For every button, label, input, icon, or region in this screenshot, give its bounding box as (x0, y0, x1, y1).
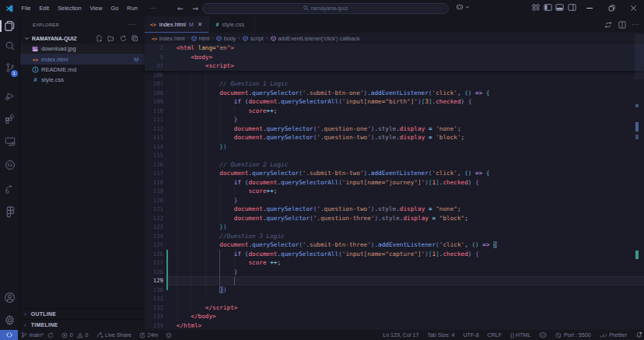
open-changes-icon[interactable] (604, 21, 612, 29)
copilot-status[interactable] (539, 331, 547, 338)
toggle-sidebar-icon[interactable] (544, 4, 552, 11)
code-token: querySelectorAll (281, 98, 338, 105)
live-share-view-icon[interactable] (0, 180, 19, 199)
source-control-view-icon[interactable]: 1 (0, 58, 19, 78)
remote-explorer-view-icon[interactable] (0, 132, 19, 152)
breadcrumb-callback[interactable]: addEventListener('click') callback (271, 35, 360, 42)
breadcrumb-script[interactable]: script (243, 35, 264, 42)
menu-selection[interactable]: Selection (54, 5, 86, 12)
extensions-view-icon[interactable] (0, 109, 19, 128)
code-token (177, 251, 234, 258)
active-indent-guide (219, 276, 220, 286)
new-folder-icon[interactable] (107, 35, 114, 42)
figma-view-icon[interactable] (0, 202, 19, 222)
settings-gear-icon[interactable] (0, 310, 19, 330)
line-text: <html lang="en"> (177, 44, 234, 53)
live-share-status[interactable]: Live Share (96, 331, 131, 338)
github-view-icon[interactable] (0, 156, 19, 175)
file-row-download-jpg[interactable]: download.jpg (20, 44, 145, 54)
port-status[interactable]: Port : 5500 (555, 332, 590, 338)
css-file-icon: # (32, 76, 39, 83)
file-row-index-html[interactable]: <> index.html M (20, 54, 145, 64)
toggle-panel-icon[interactable] (555, 4, 564, 11)
command-center-search[interactable]: ramayana-quiz (202, 3, 449, 14)
outline-section-header[interactable]: › OUTLINE (20, 308, 145, 319)
code-token (177, 107, 249, 114)
notifications-bell[interactable] (635, 331, 642, 338)
git-branch-status[interactable]: main* (21, 331, 54, 338)
breadcrumb-body[interactable]: body (216, 35, 236, 42)
eol-status[interactable]: CRLF (488, 332, 502, 338)
code-token: score (248, 107, 266, 114)
explorer-view-icon[interactable] (0, 16, 19, 36)
code-line: 124 //Question 3 Logic (145, 232, 644, 241)
code-token: display (400, 125, 425, 132)
menu-edit[interactable]: Edit (35, 5, 54, 12)
nav-back-icon[interactable]: ← (177, 4, 184, 12)
explorer-more-actions[interactable]: ··· (129, 21, 137, 28)
editor-more-actions[interactable]: ··· (632, 21, 640, 28)
collapse-all-icon[interactable] (131, 35, 138, 42)
menu-file[interactable]: File (17, 5, 35, 12)
search-view-icon[interactable] (0, 37, 19, 56)
timeline-section-header[interactable]: › TIMELINE (20, 319, 145, 330)
indent-guide (191, 151, 191, 160)
file-row-readme-md[interactable]: README.md (20, 65, 145, 75)
split-editor-icon[interactable] (618, 21, 626, 29)
feedback-smiley[interactable] (166, 332, 172, 338)
remote-indicator[interactable] (0, 330, 18, 340)
refresh-icon[interactable] (120, 35, 127, 42)
language-mode-status[interactable]: { } HTML (510, 332, 530, 338)
maximize-button[interactable] (600, 0, 622, 16)
menu-go[interactable]: Go (107, 5, 123, 12)
menu-more[interactable]: ··· (145, 5, 161, 12)
code-line: 112 document.querySelector('.question-on… (145, 124, 644, 134)
menu-view[interactable]: View (86, 5, 107, 12)
line-number: 106 (145, 71, 163, 80)
code-token: 'none' (436, 125, 457, 132)
file-row-style-css[interactable]: # style.css (20, 75, 145, 85)
code-token: score (248, 259, 266, 266)
title-bar: File Edit Selection View Go Run ··· ← → … (0, 0, 644, 16)
breadcrumb-html[interactable]: html (191, 35, 209, 42)
account-icon[interactable] (0, 288, 19, 307)
customize-layout-icon[interactable] (532, 4, 540, 11)
folder-header[interactable]: RAMAYANA-QUIZ (20, 33, 145, 44)
code-line: 110 score++; (145, 107, 644, 116)
toggle-secondary-sidebar-icon[interactable] (568, 4, 576, 11)
tab-size-status[interactable]: Tab Size: 4 (427, 332, 454, 338)
code-token (177, 313, 191, 320)
run-debug-view-icon[interactable] (0, 86, 19, 106)
timer-status[interactable]: 24m (139, 332, 158, 338)
breadcrumb-file[interactable]: <> index.html (152, 35, 185, 42)
tab-index-html[interactable]: <> index.html M ✕ (145, 16, 209, 33)
line-number: 116 (145, 160, 163, 170)
code-token: document (234, 134, 263, 141)
close-button[interactable] (622, 0, 644, 16)
indent-guide (191, 276, 191, 286)
code-token: { (493, 241, 497, 248)
code-editor[interactable]: 106107 // Question 1 Logic108 document.q… (145, 44, 644, 330)
problems-status[interactable]: 0 0 (61, 332, 88, 338)
tab-style-css[interactable]: # style.css (209, 16, 256, 33)
nav-forward-icon[interactable]: → (192, 4, 198, 12)
prettier-status[interactable]: Prettier (600, 332, 627, 338)
line-number: 119 (145, 187, 163, 196)
copilot-account-button[interactable] (456, 3, 470, 11)
minimize-button[interactable] (579, 0, 600, 16)
html-file-icon: <> (152, 36, 157, 41)
sticky-line: 97 <script> (145, 61, 644, 71)
code-token: querySelctor (267, 215, 310, 222)
symbol-function-icon (271, 36, 276, 41)
code-token: => (475, 170, 482, 177)
overview-ruler-mark (635, 104, 639, 107)
encoding-status[interactable]: UTF-8 (463, 332, 478, 338)
code-token: querySelector (267, 125, 313, 132)
menu-run[interactable]: Run (123, 5, 142, 12)
restore-icon (608, 5, 615, 12)
cursor-position-status[interactable]: Ln 129, Col 17 (383, 332, 418, 338)
close-tab-icon[interactable]: ✕ (198, 21, 203, 28)
indent-guide (205, 276, 206, 286)
new-file-icon[interactable] (96, 35, 103, 42)
line-number: 129 (145, 276, 163, 286)
